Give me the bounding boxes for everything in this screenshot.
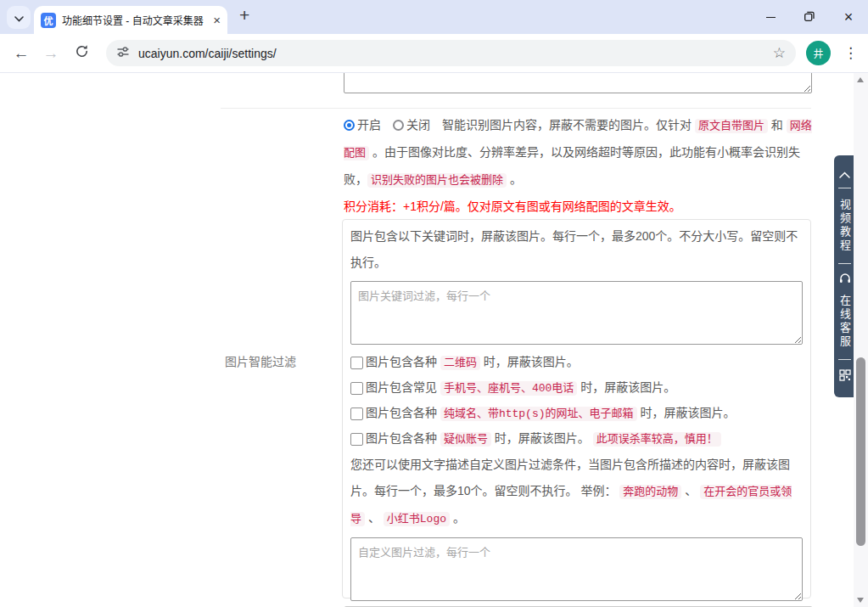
new-tab-button[interactable]: + <box>239 5 249 25</box>
keyword-filter-textarea[interactable] <box>350 281 803 345</box>
custom-filter-description: 您还可以使用文字描述自定义图片过滤条件，当图片包含所描述的内容时，屏蔽该图片。每… <box>350 452 803 532</box>
close-icon: × <box>844 9 854 25</box>
bookmark-star-icon[interactable]: ☆ <box>773 44 786 62</box>
panel-divider <box>838 188 851 188</box>
tab-close-icon[interactable]: × <box>213 14 221 26</box>
scrollbar-thumb[interactable] <box>856 357 865 546</box>
image-filter-intro: 开启关闭智能识别图片内容，屏蔽不需要的图片。仅针对 原文自带图片 和 网络配图 … <box>344 112 812 220</box>
image-filter-checkbox-row[interactable]: 图片包含各种 纯域名、带http(s)的网址、电子邮箱 时，屏蔽该图片。 <box>350 401 803 426</box>
restore-button[interactable] <box>790 0 829 34</box>
previous-setting-textarea[interactable] <box>344 73 812 93</box>
page-scrollbar[interactable] <box>854 73 868 607</box>
checkbox[interactable] <box>350 407 363 420</box>
forward-button[interactable]: → <box>38 34 64 72</box>
image-filter-checkbox-row[interactable]: 图片包含常见 手机号、座机号、400电话 时，屏蔽该图片。 <box>350 375 803 401</box>
image-filter-panel: 图片包含以下关键词时，屏蔽该图片。每行一个，最多200个。不分大小写。留空则不执… <box>342 219 811 599</box>
page-content: 开启关闭智能识别图片内容，屏蔽不需要的图片。仅针对 原文自带图片 和 网络配图 … <box>0 73 868 607</box>
site-favicon-icon: 优 <box>41 13 56 28</box>
url-text[interactable]: ucaiyun.com/caiji/settings/ <box>138 47 773 60</box>
radio-on-label[interactable]: 开启 <box>357 118 381 132</box>
online-service-button[interactable]: 在线客服 <box>837 295 853 349</box>
scrollbar-up-arrow-icon[interactable] <box>857 77 864 82</box>
minimize-button[interactable] <box>751 0 790 34</box>
chevron-down-icon <box>14 10 24 25</box>
checkbox[interactable] <box>350 433 363 446</box>
checkbox-label: 图片包含各种 纯域名、带http(s)的网址、电子邮箱 时，屏蔽该图片。 <box>366 400 735 427</box>
headset-icon[interactable] <box>839 273 851 284</box>
section-divider <box>221 108 811 109</box>
back-button[interactable]: ← <box>8 34 34 72</box>
scrollbar-down-arrow-icon[interactable] <box>857 598 864 603</box>
back-to-top-button[interactable] <box>839 171 850 178</box>
image-filter-checkbox-row[interactable]: 图片包含各种 二维码 时，屏蔽该图片。 <box>350 350 803 375</box>
floating-help-panel: 视频教程 在线客服 <box>834 155 855 397</box>
window-controls: × <box>751 0 868 34</box>
checkbox[interactable] <box>350 357 363 369</box>
minimize-icon <box>766 17 776 18</box>
credit-cost-note: 积分消耗：+1积分/篇。仅对原文有图或有网络配图的文章生效。 <box>344 194 812 220</box>
browser-menu-icon[interactable]: ⋮ <box>843 34 858 72</box>
close-button[interactable]: × <box>829 0 868 34</box>
browser-window: 优 功能细节设置 - 自动文章采集器 × + × ← → <box>0 0 868 607</box>
browser-toolbar: ← → ucaiyun.com/caiji/settings/ ☆ 井 ⋮ <box>0 34 868 73</box>
radio-off-label[interactable]: 关闭 <box>406 118 430 132</box>
keyword-helper-text: 图片包含以下关键词时，屏蔽该图片。每行一个，最多200个。不分大小写。留空则不执… <box>350 223 803 276</box>
radio-on[interactable] <box>344 120 355 131</box>
checkbox-label: 图片包含各种 疑似账号 时，屏蔽该图片。 此项误杀率较高，慎用！ <box>366 425 721 452</box>
panel-divider <box>838 359 851 360</box>
custom-filter-textarea[interactable] <box>350 537 803 601</box>
image-filter-checkbox-row[interactable]: 图片包含各种 疑似账号 时，屏蔽该图片。 此项误杀率较高，慎用！ <box>350 426 803 452</box>
tab-search-button[interactable] <box>7 6 31 29</box>
profile-avatar[interactable]: 井 <box>806 41 831 65</box>
panel-divider <box>838 263 851 264</box>
checkbox-rows: 图片包含各种 二维码 时，屏蔽该图片。 图片包含常见 手机号、座机号、400电话… <box>350 350 803 452</box>
site-settings-icon[interactable] <box>116 45 130 62</box>
reload-button[interactable] <box>69 34 94 72</box>
qr-code-icon[interactable] <box>839 369 851 381</box>
checkbox[interactable] <box>350 382 363 395</box>
checkbox-label: 图片包含各种 二维码 时，屏蔽该图片。 <box>366 349 579 376</box>
reload-icon <box>75 44 89 63</box>
checkbox-label: 图片包含常见 手机号、座机号、400电话 时，屏蔽该图片。 <box>366 374 675 402</box>
section-label: 图片智能过滤 <box>225 352 296 369</box>
address-bar[interactable]: ucaiyun.com/caiji/settings/ ☆ <box>106 40 796 66</box>
browser-tab[interactable]: 优 功能细节设置 - 自动文章采集器 × <box>34 6 227 34</box>
radio-off[interactable] <box>393 120 404 131</box>
tab-title: 功能细节设置 - 自动文章采集器 <box>62 13 207 27</box>
video-tutorial-button[interactable]: 视频教程 <box>837 199 853 253</box>
restore-icon <box>804 9 815 25</box>
tab-strip: 优 功能细节设置 - 自动文章采集器 × + × <box>0 0 868 34</box>
